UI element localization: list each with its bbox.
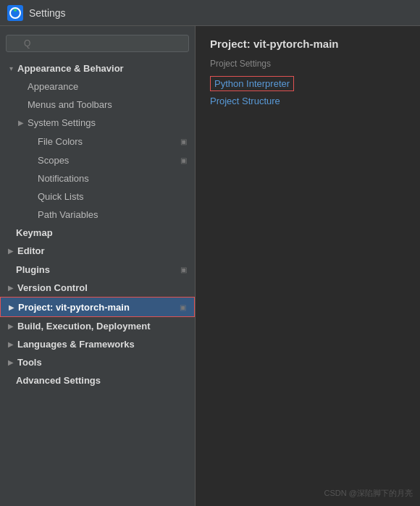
- sidebar-item-path-variables[interactable]: Path Variables: [0, 206, 195, 224]
- python-interpreter-link[interactable]: Python Interpreter: [210, 76, 294, 91]
- sidebar-item-system-settings[interactable]: ▶ System Settings: [0, 114, 195, 132]
- panel-section-label: Project Settings: [210, 59, 406, 69]
- sidebar-item-project-vit[interactable]: ▶ Project: vit-pytorch-main ▣: [0, 297, 195, 317]
- sidebar-item-label: Notifications: [38, 173, 195, 184]
- search-input[interactable]: [6, 35, 189, 52]
- sidebar-item-appearance-behavior[interactable]: ▾ Appearance & Behavior: [0, 59, 195, 77]
- sidebar-item-scopes[interactable]: Scopes ▣: [0, 151, 195, 169]
- chevron-right-icon: ▶: [6, 321, 16, 332]
- chevron-right-icon: ▶: [6, 358, 16, 368]
- chevron-right-icon: ▶: [7, 302, 17, 312]
- sidebar-item-label: Quick Lists: [38, 191, 195, 202]
- sidebar-item-label: Plugins: [16, 264, 177, 275]
- sidebar-item-label: Scopes: [38, 155, 177, 166]
- sidebar-item-label: Path Variables: [38, 209, 195, 220]
- title-bar: Settings: [0, 0, 420, 26]
- square-icon: ▣: [177, 263, 189, 275]
- sidebar-item-keymap[interactable]: Keymap: [0, 224, 195, 242]
- project-structure-link[interactable]: Project Structure: [210, 96, 406, 106]
- square-icon: ▣: [177, 301, 188, 313]
- sidebar-item-label: Keymap: [16, 227, 195, 238]
- chevron-down-icon: ▾: [6, 64, 16, 74]
- sidebar-item-label: Project: vit-pytorch-main: [18, 302, 177, 313]
- sidebar: 🔍 ▾ Appearance & Behavior Appearance Men…: [0, 26, 196, 506]
- sidebar-item-file-colors[interactable]: File Colors ▣: [0, 132, 195, 151]
- sidebar-item-label: Editor: [17, 245, 195, 256]
- sidebar-item-label: Appearance & Behavior: [17, 63, 195, 74]
- sidebar-item-version-control[interactable]: ▶ Version Control: [0, 279, 195, 297]
- svg-point-2: [14, 9, 17, 12]
- sidebar-item-editor[interactable]: ▶ Editor: [0, 242, 195, 260]
- sidebar-item-label: Version Control: [17, 282, 195, 293]
- sidebar-item-label: Appearance: [28, 81, 195, 92]
- sidebar-item-label: Languages & Frameworks: [17, 339, 195, 350]
- sidebar-item-plugins[interactable]: Plugins ▣: [0, 260, 195, 279]
- sidebar-item-advanced-settings[interactable]: Advanced Settings: [0, 371, 195, 389]
- sidebar-item-label: System Settings: [28, 117, 195, 128]
- chevron-right-icon: ▶: [16, 118, 26, 128]
- sidebar-item-label: Tools: [17, 357, 195, 368]
- sidebar-item-label: Advanced Settings: [16, 375, 195, 386]
- chevron-right-icon: ▶: [6, 246, 16, 256]
- search-container: 🔍: [0, 30, 195, 56]
- sidebar-item-tools[interactable]: ▶ Tools: [0, 353, 195, 371]
- sidebar-item-label: Menus and Toolbars: [28, 99, 195, 110]
- panel-title: Project: vit-pytorch-main: [210, 38, 406, 50]
- sidebar-item-label: File Colors: [38, 136, 177, 147]
- window-title: Settings: [29, 7, 66, 19]
- main-layout: 🔍 ▾ Appearance & Behavior Appearance Men…: [0, 26, 420, 506]
- sidebar-item-quick-lists[interactable]: Quick Lists: [0, 187, 195, 206]
- sidebar-item-notifications[interactable]: Notifications: [0, 169, 195, 187]
- sidebar-item-label: Build, Execution, Deployment: [17, 321, 195, 332]
- sidebar-item-languages-frameworks[interactable]: ▶ Languages & Frameworks: [0, 335, 195, 353]
- sidebar-item-build-execution[interactable]: ▶ Build, Execution, Deployment: [0, 317, 195, 335]
- search-wrapper: 🔍: [6, 35, 189, 52]
- chevron-right-icon: ▶: [6, 283, 16, 293]
- square-icon: ▣: [177, 135, 189, 147]
- chevron-right-icon: ▶: [6, 340, 16, 350]
- right-panel: Project: vit-pytorch-main Project Settin…: [196, 26, 420, 506]
- sidebar-item-menus-toolbars[interactable]: Menus and Toolbars: [0, 96, 195, 114]
- sidebar-item-appearance[interactable]: Appearance: [0, 77, 195, 96]
- app-logo: [7, 5, 23, 21]
- watermark: CSDN @深陷脚下的月亮: [324, 488, 413, 499]
- square-icon: ▣: [177, 154, 189, 166]
